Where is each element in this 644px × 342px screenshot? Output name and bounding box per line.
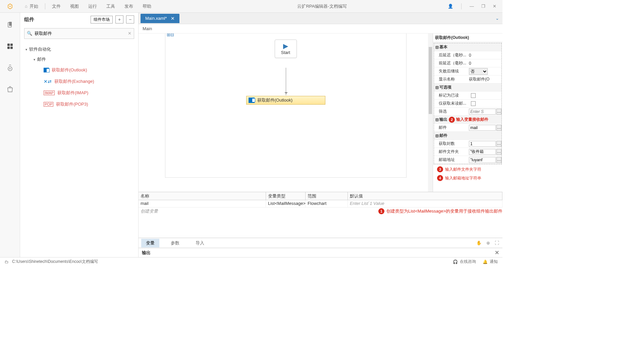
menu-publish[interactable]: 发布 bbox=[120, 0, 138, 12]
annotation-2-badge: 2 bbox=[449, 117, 455, 123]
tree-node-mail[interactable]: ▾邮件 bbox=[24, 54, 134, 64]
menu-tool[interactable]: 工具 bbox=[102, 0, 120, 12]
prop-mail-input[interactable] bbox=[469, 125, 496, 131]
output-panel-header[interactable]: 输出 ✕ bbox=[139, 248, 502, 257]
rail-store-icon[interactable] bbox=[6, 85, 14, 93]
section-output[interactable]: ⊟输出2输入变量接收邮件 bbox=[434, 116, 501, 124]
prop-unread-checkbox[interactable] bbox=[471, 101, 476, 106]
var-name[interactable]: mail bbox=[139, 200, 266, 207]
prop-display-value[interactable]: 获取邮件(O bbox=[469, 76, 489, 82]
prop-post-delay-value[interactable]: 0 bbox=[469, 53, 471, 58]
dots-button[interactable]: … bbox=[496, 157, 501, 163]
col-scope[interactable]: 范围 bbox=[306, 192, 348, 200]
tree-node-software-automation[interactable]: ▾软件自动化 bbox=[24, 44, 134, 54]
imap-icon: IMAP bbox=[44, 91, 55, 95]
notifications[interactable]: 🔔通知 bbox=[483, 259, 498, 265]
prop-onfail-select[interactable]: 否 bbox=[469, 68, 488, 75]
designer-canvas[interactable]: ⊞⊟ ▶ Start 获取邮件(Outlook) bbox=[139, 34, 433, 192]
prop-unread-label: 仅获取未读邮... bbox=[434, 101, 469, 106]
rail-run-icon[interactable] bbox=[6, 64, 14, 72]
dots-button[interactable]: … bbox=[496, 149, 501, 155]
start-node[interactable]: ▶ Start bbox=[275, 40, 297, 58]
prop-markread-checkbox[interactable] bbox=[471, 93, 476, 98]
menu-file[interactable]: 文件 bbox=[47, 0, 65, 12]
flowchart-icon: ⊞⊟ bbox=[167, 34, 174, 37]
properties-title: 获取邮件(Outlook) bbox=[433, 34, 502, 42]
tab-main-xaml[interactable]: Main.xaml* ✕ bbox=[141, 14, 179, 23]
bottom-tabs: 变量 参数 导入 ✋ ⊕ ⛶ bbox=[139, 238, 502, 248]
search-input[interactable] bbox=[24, 28, 134, 39]
outlook-icon bbox=[44, 68, 49, 72]
component-imap[interactable]: IMAP获取邮件(IMAP) bbox=[24, 87, 134, 99]
annotation-4-badge: 4 bbox=[437, 175, 443, 181]
menu-view[interactable]: 视图 bbox=[65, 0, 84, 12]
dots-button[interactable]: … bbox=[496, 125, 501, 131]
component-tree: ▾软件自动化 ▾邮件 获取邮件(Outlook) ✕⇄获取邮件(Exchange… bbox=[20, 41, 138, 113]
prop-count-label: 获取封数 bbox=[434, 141, 469, 147]
statusbar: 🗀 C:\Users\Shinetech\Documents\Encoo\文档编… bbox=[0, 257, 502, 266]
variables-panel: 名称 变量类型 范围 默认值 mail List<MailMessage> Fl… bbox=[139, 192, 502, 248]
main-menu: ⌂开始 文件 视图 运行 工具 发布 帮助 bbox=[20, 0, 156, 12]
component-outlook[interactable]: 获取邮件(Outlook) bbox=[24, 64, 134, 76]
section-mail[interactable]: ⊟邮件 bbox=[434, 132, 501, 140]
prop-markread-label: 标记为已读 bbox=[434, 93, 469, 98]
component-pop3[interactable]: POP获取邮件(POP3) bbox=[24, 99, 134, 110]
section-optional[interactable]: ⊟可选项 bbox=[434, 83, 501, 92]
dots-button[interactable]: … bbox=[496, 109, 501, 115]
caret-down-icon: ▾ bbox=[34, 58, 35, 61]
tabs-dropdown-icon[interactable]: ⌄ bbox=[495, 16, 499, 21]
tab-variables[interactable]: 变量 bbox=[141, 239, 159, 247]
variable-row-mail[interactable]: mail List<MailMessage> Flowchart Enter L… bbox=[139, 200, 502, 208]
flow-arrow bbox=[286, 68, 286, 95]
col-default[interactable]: 默认值 bbox=[348, 192, 502, 200]
prop-addr-input[interactable] bbox=[469, 157, 496, 163]
col-name[interactable]: 名称 bbox=[139, 192, 266, 200]
annotation-3: 3输入邮件文件夹字符 bbox=[433, 165, 502, 174]
menu-divider bbox=[45, 3, 45, 9]
activity-rail bbox=[0, 13, 20, 257]
zoom-icon[interactable]: ⊕ bbox=[486, 240, 490, 245]
pan-icon[interactable]: ✋ bbox=[476, 240, 482, 245]
rail-clipboard-icon[interactable] bbox=[6, 21, 14, 29]
market-button[interactable]: 组件市场 bbox=[91, 16, 113, 23]
menu-help[interactable]: 帮助 bbox=[138, 0, 156, 12]
headset-icon: 🎧 bbox=[453, 260, 458, 264]
tab-imports[interactable]: 导入 bbox=[191, 239, 209, 247]
collapse-all-button[interactable]: − bbox=[126, 15, 134, 23]
var-default[interactable]: Enter List`1 Value bbox=[348, 200, 502, 207]
expand-all-button[interactable]: + bbox=[115, 15, 123, 23]
svg-rect-5 bbox=[10, 47, 13, 49]
tab-close-icon[interactable]: ✕ bbox=[171, 16, 175, 21]
rail-grid-icon[interactable] bbox=[6, 42, 14, 50]
var-type[interactable]: List<MailMessage> bbox=[266, 200, 306, 207]
clear-search-icon[interactable]: ✕ bbox=[128, 31, 131, 36]
close-button[interactable]: ✕ bbox=[491, 2, 498, 10]
svg-rect-3 bbox=[10, 44, 13, 46]
variables-header: 名称 变量类型 范围 默认值 bbox=[139, 192, 502, 200]
breadcrumb[interactable]: Main bbox=[139, 24, 502, 34]
prop-folder-input[interactable] bbox=[469, 149, 496, 155]
menu-home[interactable]: ⌂开始 bbox=[20, 0, 43, 12]
output-close-icon[interactable]: ✕ bbox=[495, 249, 499, 256]
col-type[interactable]: 变量类型 bbox=[266, 192, 306, 200]
fit-icon[interactable]: ⛶ bbox=[495, 240, 499, 245]
create-variable-row[interactable]: 创建变量 1 创建类型为List<MailMessage>的变量用于接收组件输出… bbox=[139, 208, 502, 215]
svg-rect-2 bbox=[7, 44, 10, 46]
user-icon[interactable]: 👤 bbox=[446, 2, 454, 10]
prop-filter-label: 筛选 bbox=[434, 109, 469, 114]
var-scope[interactable]: Flowchart bbox=[306, 200, 348, 207]
activity-get-mail[interactable]: 获取邮件(Outlook) bbox=[246, 96, 325, 105]
canvas-scrollbar[interactable] bbox=[428, 34, 433, 192]
menu-run[interactable]: 运行 bbox=[84, 0, 102, 12]
properties-panel: ︿ ﹀ 获取邮件(Outlook) ⊟基本 后延迟（毫秒...0 前延迟（毫秒.… bbox=[433, 34, 502, 192]
dots-button[interactable]: … bbox=[496, 141, 501, 147]
tab-arguments[interactable]: 参数 bbox=[166, 239, 184, 247]
prop-count-input[interactable] bbox=[469, 141, 496, 147]
prop-filter-input[interactable] bbox=[469, 109, 496, 115]
section-basic[interactable]: ⊟基本 bbox=[434, 43, 501, 51]
component-exchange[interactable]: ✕⇄获取邮件(Exchange) bbox=[24, 76, 134, 87]
prop-pre-delay-value[interactable]: 0 bbox=[469, 61, 471, 66]
online-consult[interactable]: 🎧在线咨询 bbox=[453, 259, 476, 265]
maximize-button[interactable]: ❐ bbox=[480, 2, 487, 10]
minimize-button[interactable]: ― bbox=[468, 2, 475, 10]
